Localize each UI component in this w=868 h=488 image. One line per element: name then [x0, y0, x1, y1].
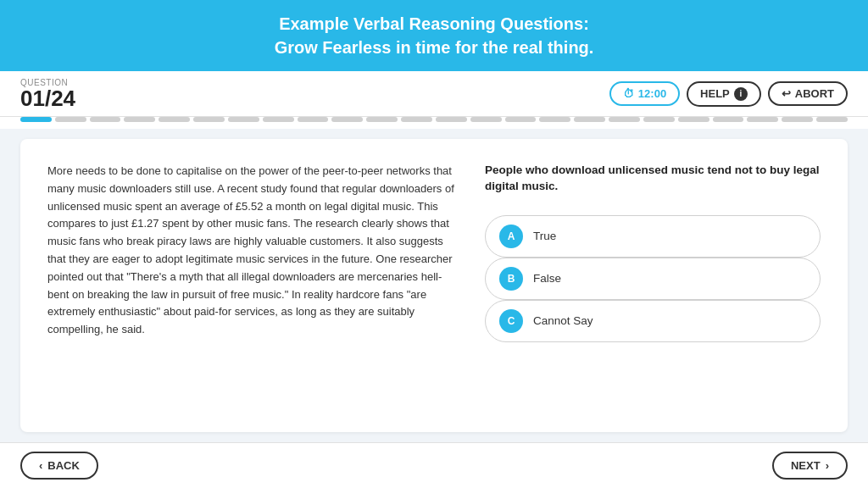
progress-segment-24: [816, 117, 848, 122]
question-info: QUESTION 01/24: [20, 78, 75, 109]
progress-segment-16: [539, 117, 570, 122]
option-label-b: False: [533, 272, 561, 285]
progress-segment-17: [574, 117, 605, 122]
next-button[interactable]: NEXT ›: [772, 452, 848, 480]
back-icon: ‹: [39, 459, 42, 472]
progress-segment-3: [90, 117, 121, 122]
progress-segment-19: [643, 117, 675, 122]
progress-segment-15: [505, 117, 537, 122]
option-badge-b: B: [499, 267, 523, 291]
question-section: People who download unlicensed music ten…: [485, 163, 821, 408]
back-button[interactable]: ‹ BACK: [20, 452, 98, 480]
progress-segment-9: [298, 117, 329, 122]
abort-button[interactable]: ↩ ABORT: [768, 81, 848, 106]
progress-segment-12: [401, 117, 432, 122]
toolbar: QUESTION 01/24 ⏱ 12:00 HELP i ↩ ABORT: [0, 71, 868, 117]
question-text: People who download unlicensed music ten…: [485, 163, 821, 195]
option-badge-a: A: [499, 225, 523, 248]
progress-segment-14: [470, 117, 502, 122]
progress-segment-20: [678, 117, 709, 122]
progress-segment-10: [331, 117, 363, 122]
option-badge-c: C: [499, 309, 523, 333]
clock-icon: ⏱: [623, 87, 634, 100]
progress-segment-4: [124, 117, 155, 122]
progress-segment-2: [55, 117, 86, 122]
passage-section: More needs to be done to capitalise on t…: [47, 163, 458, 408]
abort-icon: ↩: [782, 87, 791, 100]
progress-segment-22: [747, 117, 778, 122]
answers-container: ATrueBFalseCCannot Say: [485, 215, 821, 342]
progress-segment-11: [366, 117, 398, 122]
question-card: More needs to be done to capitalise on t…: [20, 139, 848, 432]
timer-button[interactable]: ⏱ 12:00: [609, 81, 680, 106]
header-title: Example Verbal Reasoning Questions: Grow…: [17, 12, 851, 59]
option-label-c: Cannot Say: [533, 314, 593, 327]
progress-segment-1: [20, 117, 52, 122]
progress-segment-7: [228, 117, 259, 122]
answer-option-a[interactable]: ATrue: [485, 215, 821, 258]
footer: ‹ BACK NEXT ›: [0, 442, 868, 488]
next-icon: ›: [826, 459, 829, 472]
progress-segment-6: [193, 117, 225, 122]
progress-segment-21: [713, 117, 744, 122]
passage-text: More needs to be done to capitalise on t…: [47, 163, 458, 339]
progress-segment-23: [782, 117, 813, 122]
question-number: 01/24: [20, 87, 75, 109]
answer-option-c[interactable]: CCannot Say: [485, 300, 821, 342]
progress-segment-18: [609, 117, 640, 122]
info-icon: i: [734, 87, 748, 101]
progress-bar: [0, 117, 868, 129]
progress-segment-13: [436, 117, 467, 122]
main-content: More needs to be done to capitalise on t…: [0, 129, 868, 442]
help-button[interactable]: HELP i: [687, 81, 761, 107]
progress-segment-5: [159, 117, 190, 122]
progress-segment-8: [263, 117, 294, 122]
toolbar-actions: ⏱ 12:00 HELP i ↩ ABORT: [609, 81, 848, 107]
answer-option-b[interactable]: BFalse: [485, 258, 821, 300]
page-header: Example Verbal Reasoning Questions: Grow…: [0, 0, 868, 71]
option-label-a: True: [533, 230, 556, 242]
